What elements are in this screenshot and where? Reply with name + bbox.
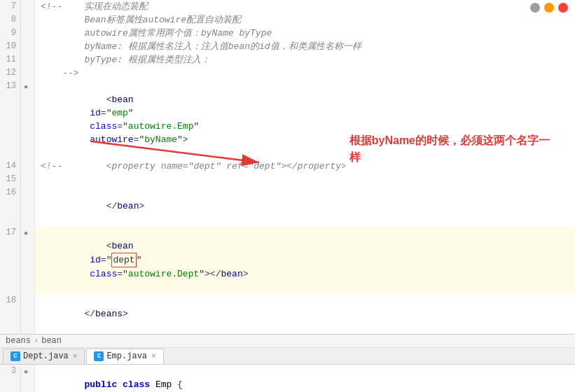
xml-line-7: 7 <!-- 实现在动态装配: [0, 0, 575, 13]
window-buttons: [530, 3, 568, 13]
xml-line-17: 17 <bean id="dept" class="autowire.Dept"…: [0, 226, 575, 294]
tab-dept-java[interactable]: C Dept.java ×: [3, 349, 85, 364]
xml-line-16: 16 </bean>: [0, 186, 575, 226]
breadcrumb-sep-1: ›: [34, 336, 39, 346]
emp-java-close[interactable]: ×: [151, 352, 156, 360]
breadcrumb-bean[interactable]: bean: [41, 336, 62, 346]
xml-line-11: 11 byType: 根据属性类型注入：: [0, 53, 575, 66]
dept-java-label: Dept.java: [23, 351, 69, 361]
xml-line-18: 18 </beans>: [0, 294, 575, 334]
dept-id-highlight: dept: [111, 253, 136, 267]
xml-line-13: 13 <bean id="emp" class="autowire.Emp" a…: [0, 80, 575, 160]
java-line-3: 3 public class Emp {: [0, 365, 575, 392]
dept-java-icon: C: [11, 351, 20, 361]
tab-bar: C Dept.java × C Emp.java ×: [0, 348, 575, 365]
xml-line-8: 8 Bean标签属性autowire配置自动装配: [0, 13, 575, 27]
minimize-button[interactable]: [530, 3, 540, 13]
xml-line-9: 9 autowire属性常用两个值：byName byType: [0, 27, 575, 40]
emp-java-label: Emp.java: [106, 351, 147, 361]
xml-editor-panel: 7 <!-- 实现在动态装配 8 Bean标签属性autowire配置自动装配 …: [0, 0, 575, 335]
dept-java-close[interactable]: ×: [73, 352, 78, 360]
breadcrumb-bar: beans › bean: [0, 335, 575, 348]
xml-line-10: 10 byName: 根据属性名注入：注入值bean的id值，和类属性名称一样: [0, 40, 575, 53]
close-button[interactable]: [558, 3, 568, 13]
tab-emp-java[interactable]: C Emp.java ×: [86, 349, 163, 364]
xml-line-15: 15: [0, 173, 575, 186]
app-container: 7 <!-- 实现在动态装配 8 Bean标签属性autowire配置自动装配 …: [0, 0, 575, 392]
emp-java-icon: C: [94, 351, 104, 361]
xml-line-14: 14 <!-- <property name="dept" ref="dept"…: [0, 160, 575, 173]
maximize-button[interactable]: [544, 3, 554, 13]
breadcrumb-beans[interactable]: beans: [6, 336, 31, 346]
java-editor-panel: C Dept.java × C Emp.java × 3 public clas…: [0, 348, 575, 392]
xml-line-12: 12 -->: [0, 66, 575, 80]
